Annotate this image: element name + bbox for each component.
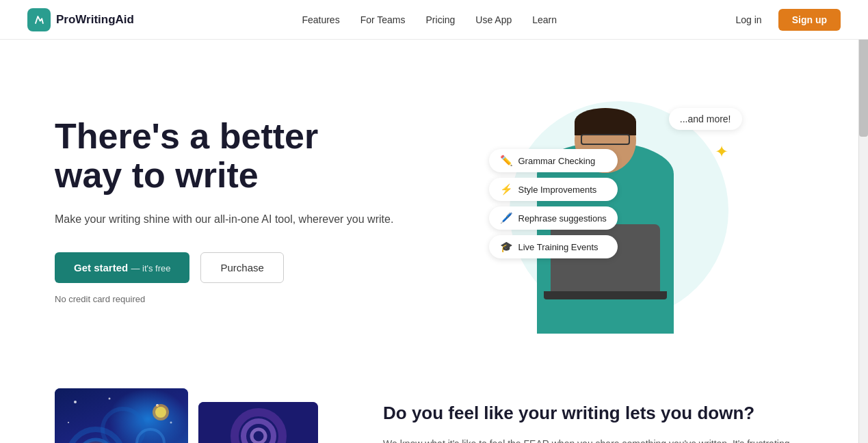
- nav-links: Features For Teams Pricing Use App Learn: [293, 10, 565, 29]
- image-collage: My idea in my head: [55, 388, 308, 443]
- feature-pill-rephrase: 🖊️ Rephrase suggestions: [489, 206, 618, 230]
- more-bubble: ...and more!: [669, 108, 742, 130]
- feature-pill-grammar: ✏️ Grammar Checking: [489, 149, 618, 172]
- svg-point-5: [109, 398, 111, 400]
- nav-features[interactable]: Features: [293, 10, 347, 29]
- style-icon: ⚡: [500, 183, 513, 196]
- svg-point-10: [155, 407, 166, 418]
- login-button[interactable]: Log in: [725, 10, 773, 30]
- section2-right: Do you feel like your writing lets you d…: [383, 388, 813, 443]
- get-started-button[interactable]: Get started — it's free: [55, 252, 189, 283]
- nav-use-app[interactable]: Use App: [467, 10, 520, 29]
- no-credit-card-note: No credit card required: [55, 294, 424, 304]
- hero-buttons: Get started — it's free Purchase: [55, 252, 424, 283]
- starry-night-bg: [55, 388, 188, 443]
- feature-pill-style: ⚡ Style Improvements: [489, 178, 618, 201]
- hero-subtitle: Make your writing shine with our all-in-…: [55, 211, 424, 228]
- navbar: ProWritingAid Features For Teams Pricing…: [0, 0, 868, 40]
- svg-point-8: [68, 422, 69, 423]
- hero-left: There's a better way to write Make your …: [55, 117, 424, 304]
- logo[interactable]: ProWritingAid: [27, 8, 134, 31]
- collage-image-2: [198, 402, 318, 443]
- section2-left: My idea in my head: [55, 388, 328, 443]
- page-scrollbar[interactable]: [858, 0, 868, 443]
- nav-actions: Log in Sign up: [725, 9, 841, 31]
- signup-button[interactable]: Sign up: [778, 9, 841, 31]
- section2-body: We know what it's like to feel the FEAR …: [383, 436, 813, 443]
- sparkle-icon: ✦: [715, 142, 728, 161]
- feature-pills: ✏️ Grammar Checking ⚡ Style Improvements…: [489, 149, 618, 258]
- section2: My idea in my head Do you feel like your…: [0, 368, 868, 443]
- nav-for-teams[interactable]: For Teams: [352, 10, 414, 29]
- nav-pricing[interactable]: Pricing: [418, 10, 464, 29]
- hero-illustration: ...and more! ✦ ✏️ Gra: [489, 88, 749, 334]
- brand-name: ProWritingAid: [56, 13, 134, 27]
- hero-section: There's a better way to write Make your …: [0, 40, 868, 368]
- collage-image-1: [55, 388, 188, 443]
- nav-learn[interactable]: Learn: [524, 10, 565, 29]
- svg-point-7: [170, 422, 172, 424]
- feature-pill-training: 🎓 Live Training Events: [489, 235, 618, 258]
- hero-title: There's a better way to write: [55, 117, 424, 195]
- training-icon: 🎓: [500, 241, 513, 253]
- svg-point-4: [74, 401, 77, 403]
- logo-icon: [27, 8, 51, 31]
- section2-title: Do you feel like your writing lets you d…: [383, 402, 813, 425]
- purchase-button[interactable]: Purchase: [200, 252, 283, 283]
- grammar-icon: ✏️: [500, 155, 513, 167]
- hero-right: ...and more! ✦ ✏️ Gra: [424, 81, 813, 340]
- rephrase-icon: 🖊️: [500, 212, 513, 224]
